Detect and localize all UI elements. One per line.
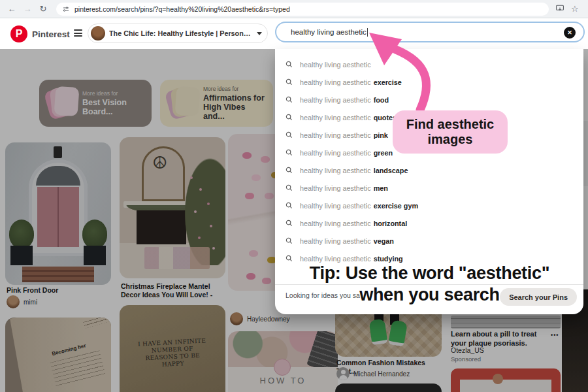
search-icon xyxy=(286,149,293,156)
annotation-tip: Tip: Use the word "aesthetic" when you s… xyxy=(278,263,581,306)
tip-line-1: Tip: Use the word "aesthetic" xyxy=(278,263,581,284)
pinterest-brand-label: Pinterest xyxy=(32,29,70,39)
profile-label: The Chic Life: Healthy Lifestyle | Perso… xyxy=(109,29,253,37)
pinterest-logo[interactable]: P xyxy=(10,25,27,42)
suggestion-row[interactable]: healthy living aesthetichorizontal xyxy=(275,214,583,232)
search-icon xyxy=(286,131,293,139)
chevron-down-icon xyxy=(257,32,262,35)
search-icon xyxy=(286,220,293,227)
menu-icon[interactable] xyxy=(74,29,82,39)
profile-avatar xyxy=(91,26,105,41)
send-to-device-icon[interactable] xyxy=(555,3,564,15)
screen: ← → ↻ pinterest.com/search/pins/?q=healt… xyxy=(0,0,588,392)
bookmark-star-icon[interactable]: ☆ xyxy=(571,4,579,14)
suggestion-row[interactable]: healthy living aestheticvegan xyxy=(275,232,583,250)
search-icon xyxy=(286,114,293,121)
tip-line-2: when you search xyxy=(278,284,581,306)
profile-dropdown[interactable]: The Chic Life: Healthy Lifestyle | Perso… xyxy=(88,24,268,43)
site-settings-icon[interactable] xyxy=(63,3,69,15)
search-icon xyxy=(286,202,293,209)
search-icon xyxy=(286,255,293,262)
search-icon xyxy=(286,237,293,244)
pinterest-header: P Pinterest The Chic Life: Healthy Lifes… xyxy=(0,18,588,49)
suggestion-row[interactable]: healthy living aestheticlandscape xyxy=(275,161,583,179)
browser-toolbar: ← → ↻ pinterest.com/search/pins/?q=healt… xyxy=(0,0,588,18)
search-icon xyxy=(286,184,293,191)
url-text: pinterest.com/search/pins/?q=healthy%20l… xyxy=(74,5,290,13)
suggestion-row[interactable]: healthy living aestheticexercise gym xyxy=(275,197,583,214)
annotation-callout: Find aesthetic images xyxy=(393,110,508,154)
back-icon[interactable]: ← xyxy=(4,4,20,14)
forward-icon[interactable]: → xyxy=(20,4,35,14)
search-icon xyxy=(286,78,293,86)
reload-icon[interactable]: ↻ xyxy=(35,4,51,14)
annotation-arrow xyxy=(353,18,438,116)
clear-search-icon[interactable]: ✕ xyxy=(564,27,576,39)
search-icon xyxy=(286,96,293,103)
search-icon xyxy=(286,61,293,68)
search-icon xyxy=(286,167,293,174)
suggestion-row[interactable]: healthy living aestheticmen xyxy=(275,179,583,197)
url-bar[interactable]: pinterest.com/search/pins/?q=healthy%20l… xyxy=(56,3,549,16)
